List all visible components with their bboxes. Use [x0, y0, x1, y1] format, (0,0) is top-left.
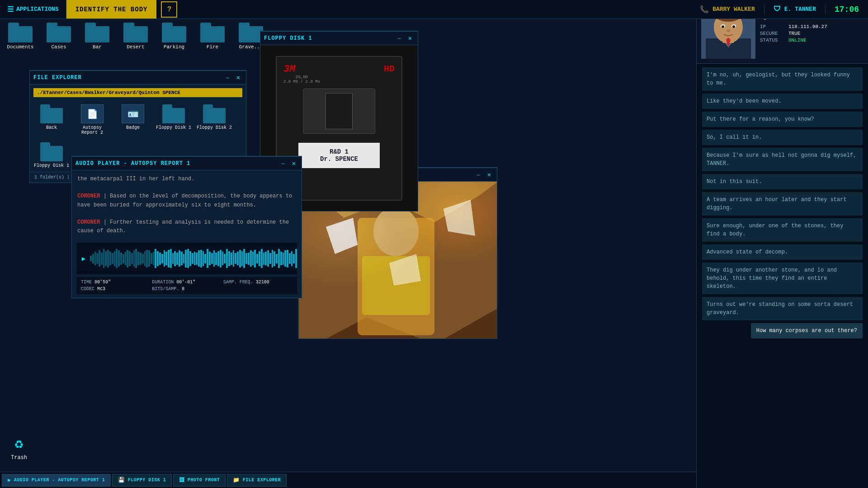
desktop-icon-documents[interactable]: Documents: [5, 23, 36, 50]
stat-ip-key: IP: [760, 24, 785, 29]
folder-icon-bar: [85, 23, 109, 42]
task-label-2: PHOTO FRONT: [188, 478, 220, 483]
meta-bitspersamp-key: BITS/SAMP.: [152, 286, 179, 291]
audio-player-window: AUDIO PLAYER - AUTOPSY REPORT 1 — ✕ the …: [71, 156, 302, 298]
folder-icon-parking: [162, 23, 186, 42]
fe-file-label-floppy2: Floppy Disk 2: [197, 125, 232, 130]
meta-time: TIME 00'59": [81, 280, 150, 285]
folder-icon-back: [40, 104, 63, 123]
stat-status-key: STATUS: [760, 38, 785, 43]
meta-codec-val: Mc3: [97, 286, 105, 291]
stat-status: STATUS ONLINE: [760, 38, 863, 43]
taskbar-item-0[interactable]: ▶AUDIO PLAYER - AUTOPSY REPORT 1: [2, 474, 111, 487]
audio-separator-2: |: [104, 219, 110, 225]
folder-icon-desert: [123, 23, 148, 42]
audio-waveform: ▶: [76, 243, 297, 274]
task-icon-0: ▶: [8, 477, 11, 483]
desktop-icon-fire[interactable]: Fire: [197, 23, 228, 50]
right-panel: Barry WALKER Agent #F2105 IP 118.111.98.…: [696, 0, 868, 488]
svg-point-19: [726, 29, 730, 32]
audio-separator-1: |: [104, 193, 110, 199]
help-button[interactable]: ?: [161, 1, 177, 18]
meta-duration-key: DURATION: [152, 280, 174, 285]
chat-message-10: Turns out we're standing on some sorta d…: [702, 297, 863, 320]
floppy-minimize-btn[interactable]: —: [395, 34, 403, 42]
coroner-label-1: CORONER: [77, 193, 100, 199]
file-explorer-title: FILE EXPLORER: [33, 75, 221, 81]
clock-display: 17:06: [826, 5, 868, 14]
desktop-icons: Documents Cases Bar Desert Parking Fire …: [5, 23, 267, 50]
audio-close-btn[interactable]: ✕: [290, 160, 298, 168]
desktop-icon-bar[interactable]: Bar: [81, 23, 113, 50]
trash-can-icon: ♻: [10, 435, 28, 453]
floppy-close-btn[interactable]: ✕: [406, 34, 414, 42]
svg-point-18: [732, 25, 735, 28]
photo-minimize-btn[interactable]: —: [474, 171, 482, 179]
fe-file-back[interactable]: Back: [33, 104, 70, 135]
fe-file-label-badge: Badge: [126, 125, 140, 130]
meta-sampfreq-key: SAMP. FREQ.: [223, 280, 253, 285]
chat-message-0: I'm no, uh, geologist, but they looked f…: [702, 67, 863, 91]
desktop-icon-cases[interactable]: Cases: [43, 23, 75, 50]
floppy-shutter: [303, 89, 375, 134]
meta-duration-val: 00'-01": [176, 280, 195, 285]
mission-title: IDENTIFY THE BODY: [66, 0, 157, 19]
meta-codec-key: CODEC: [81, 286, 94, 291]
fe-minimize-btn[interactable]: —: [223, 74, 231, 82]
task-icon-1: 💾: [118, 477, 125, 483]
fe-file-autopsy[interactable]: 📄 Autopsy Report 2: [74, 104, 110, 135]
meta-sampfreq: SAMP. FREQ. 32100: [223, 280, 292, 285]
floppy-label-line1: R&D 1: [306, 148, 373, 155]
chat-message-4: Because I'm sure as hell not gonna dig m…: [702, 148, 863, 171]
meta-bitspersamp-val: 8: [182, 286, 184, 291]
task-icon-3: 📁: [233, 477, 240, 483]
taskbar-item-1[interactable]: 💾FLOPPY DISK 1: [112, 474, 172, 487]
folder-icon-documents: [8, 23, 33, 42]
task-icon-2: 🖼: [179, 477, 185, 483]
floppy-label: R&D 1 Dr. SPENCE: [298, 143, 380, 168]
meta-sampfreq-val: 32100: [256, 280, 269, 285]
meta-time-val: 00'59": [94, 280, 111, 285]
taskbar-item-2[interactable]: 🖼PHOTO FRONT: [173, 474, 226, 487]
fe-file-floppy2[interactable]: Floppy Disk 2: [196, 104, 232, 135]
stat-status-val: ONLINE: [788, 38, 807, 43]
stat-secure: SECURE TRUE: [760, 31, 863, 36]
folder-label-desert: Desert: [127, 44, 145, 50]
fe-file-floppy1[interactable]: Floppy Disk 1: [156, 104, 192, 135]
folder-label-grave: Grave...: [239, 44, 263, 50]
top-bar: ☰ APPLICATIONS IDENTIFY THE BODY ? 📞 BAR…: [0, 0, 868, 19]
floppy-brand: 3M: [283, 64, 320, 75]
folder-icon-fire: [200, 23, 225, 42]
applications-label: APPLICATIONS: [16, 6, 59, 13]
stat-ip-val: 118.111.98.27: [788, 24, 827, 29]
chat-message-11: How many corpses are out there?: [751, 323, 863, 338]
fe-file-label-back: Back: [46, 125, 57, 130]
fe-file-floppy1b[interactable]: Floppy Disk 1: [33, 142, 70, 168]
fe-file-badge[interactable]: 🪪 Badge: [115, 104, 151, 135]
floppy-label-line2: Dr. SPENCE: [306, 155, 373, 163]
folder-icon-floppy2: [203, 104, 226, 123]
audio-player-title: AUDIO PLAYER - AUTOPSY REPORT 1: [75, 160, 276, 167]
meta-time-key: TIME: [81, 280, 92, 285]
audio-minimize-btn[interactable]: —: [279, 160, 287, 168]
top-right-area: 📞 BARRY WALKER 🛡 E. TANNER 17:06: [691, 5, 868, 14]
floppy-hd: HD: [384, 64, 395, 74]
photo-close-btn[interactable]: ✕: [485, 171, 493, 179]
audio-text-area: the metacarpal III in her left hand. COR…: [72, 170, 302, 240]
chat-message-6: A team arrives an hour later and they st…: [702, 192, 863, 216]
floppy-specs: DS,HD2.0 Mb / 2.0 Mo: [283, 75, 320, 84]
fe-close-btn[interactable]: ✕: [234, 74, 242, 82]
task-label-0: AUDIO PLAYER - AUTOPSY REPORT 1: [14, 478, 105, 483]
trash-icon[interactable]: ♻ Trash: [10, 435, 28, 461]
play-button[interactable]: ▶: [79, 254, 88, 263]
taskbar-item-3[interactable]: 📁FILE EXPLORER: [227, 474, 287, 487]
applications-menu[interactable]: ☰ APPLICATIONS: [0, 0, 66, 19]
fe-file-label-floppy1: Floppy Disk 1: [156, 125, 191, 130]
taskbar: ▶AUDIO PLAYER - AUTOPSY REPORT 1💾FLOPPY …: [0, 472, 696, 488]
agent-stats: IP 118.111.98.27 SECURE TRUE STATUS ONLI…: [760, 24, 863, 43]
chat-message-2: Put there for a reason, you know?: [702, 112, 863, 127]
chat-message-8: Advanced state of decomp.: [702, 244, 863, 260]
desktop-icon-parking[interactable]: Parking: [158, 23, 190, 50]
desktop-icon-desert[interactable]: Desert: [120, 23, 151, 50]
stat-ip: IP 118.111.98.27: [760, 24, 863, 29]
